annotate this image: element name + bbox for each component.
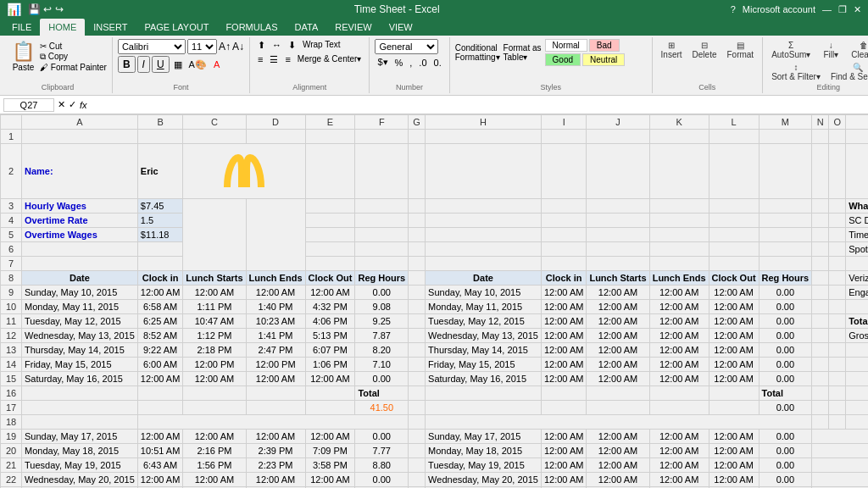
cell-o5[interactable]: [829, 228, 846, 242]
cell-k2[interactable]: [649, 144, 709, 199]
cell-f17[interactable]: 41.50: [355, 401, 409, 415]
cell-b12[interactable]: 8:52 AM: [137, 329, 182, 343]
cell-h11[interactable]: Tuesday, May 12, 2015: [426, 314, 542, 329]
italic-button[interactable]: I: [137, 56, 150, 73]
cell-g9[interactable]: [409, 286, 426, 300]
cell-e17[interactable]: [305, 401, 355, 415]
cell-e7[interactable]: [409, 257, 426, 271]
sort-filter-button[interactable]: ↕ Sort & Filter▾: [768, 61, 824, 83]
cell-l8[interactable]: Clock Out: [709, 271, 759, 286]
row-header-5[interactable]: 5: [1, 228, 22, 242]
cell-b22[interactable]: 12:00 AM: [137, 473, 182, 487]
col-header-g[interactable]: G: [409, 115, 426, 130]
cell-g4[interactable]: [409, 214, 426, 228]
cell-l22[interactable]: 12:00 AM: [709, 473, 759, 487]
cell-g10[interactable]: [409, 300, 426, 314]
maximize-button[interactable]: ❐: [838, 4, 847, 15]
cell-n1[interactable]: [812, 130, 829, 144]
cell-h14[interactable]: Friday, May 15, 2015: [426, 358, 542, 372]
row-header-20[interactable]: 20: [1, 444, 22, 458]
row-header-6[interactable]: 6: [1, 242, 22, 257]
cell-m9[interactable]: 0.00: [759, 286, 812, 300]
cell-e21[interactable]: 3:58 PM: [305, 458, 355, 473]
cell-i20[interactable]: 12:00 AM: [541, 444, 586, 458]
cell-m2[interactable]: [759, 144, 812, 199]
cell-rest21[interactable]: [812, 458, 868, 473]
cell-m16[interactable]: Total: [759, 386, 812, 401]
cell-h20[interactable]: Monday, May 18, 2015: [426, 444, 542, 458]
cell-a3[interactable]: Hourly Wages: [22, 199, 138, 214]
cell-o18[interactable]: [829, 415, 846, 430]
cell-j13[interactable]: 12:00 AM: [587, 343, 649, 358]
cell-p5[interactable]: Time Warner Cable: [846, 228, 868, 242]
cell-m19[interactable]: 0.00: [759, 430, 812, 444]
cell-d14[interactable]: 12:00 PM: [246, 358, 305, 372]
cell-n4[interactable]: [812, 214, 829, 228]
cell-p18[interactable]: [846, 415, 868, 430]
bold-button[interactable]: B: [118, 56, 136, 73]
col-header-b[interactable]: B: [137, 115, 182, 130]
cell-o6[interactable]: [829, 242, 846, 257]
cell-d8[interactable]: Lunch Ends: [246, 271, 305, 286]
cell-rest19[interactable]: [812, 430, 868, 444]
cell-h4[interactable]: [426, 214, 542, 228]
cell-k17[interactable]: [649, 401, 709, 415]
col-header-c[interactable]: C: [183, 115, 246, 130]
cell-b7[interactable]: [137, 257, 182, 271]
cell-j3[interactable]: [587, 199, 649, 214]
row-header-14[interactable]: 14: [1, 358, 22, 372]
cell-g22[interactable]: [409, 473, 426, 487]
cell-j5[interactable]: [587, 228, 649, 242]
cell-i19[interactable]: 12:00 AM: [541, 430, 586, 444]
cell-i5[interactable]: [541, 228, 586, 242]
cell-k20[interactable]: 12:00 AM: [649, 444, 709, 458]
cell-a13[interactable]: Thursday, May 14, 2015: [22, 343, 138, 358]
cell-i13[interactable]: 12:00 AM: [541, 343, 586, 358]
cell-d19[interactable]: 12:00 AM: [246, 430, 305, 444]
cell-d11[interactable]: 10:23 AM: [246, 314, 305, 329]
cell-a18[interactable]: [22, 415, 138, 430]
increase-decimal-button[interactable]: .0: [416, 57, 429, 69]
cell-a20[interactable]: Monday, May 18, 2015: [22, 444, 138, 458]
cell-c14[interactable]: 12:00 PM: [183, 358, 246, 372]
col-header-a[interactable]: A: [22, 115, 138, 130]
cell-k11[interactable]: 12:00 AM: [649, 314, 709, 329]
col-header-l[interactable]: L: [709, 115, 759, 130]
cell-g20[interactable]: [409, 444, 426, 458]
cell-g2[interactable]: [409, 144, 426, 199]
cell-m11[interactable]: 0.00: [759, 314, 812, 329]
format-painter-button[interactable]: 🖌 Format Painter: [40, 63, 107, 72]
cell-b19[interactable]: 12:00 AM: [137, 430, 182, 444]
cell-f7[interactable]: [426, 257, 542, 271]
align-center-button[interactable]: ☰: [267, 53, 281, 66]
cell-n8[interactable]: [812, 271, 829, 286]
cell-c15[interactable]: 12:00 AM: [183, 372, 246, 386]
cell-k6[interactable]: [649, 242, 709, 257]
col-header-d[interactable]: D: [246, 115, 305, 130]
cell-f3[interactable]: [355, 199, 409, 214]
close-button[interactable]: ✕: [854, 4, 861, 15]
cell-h5[interactable]: [426, 228, 542, 242]
cell-g21[interactable]: [409, 458, 426, 473]
cell-l21[interactable]: 12:00 AM: [709, 458, 759, 473]
cell-p4[interactable]: SC Dept of Revenue: [846, 214, 868, 228]
cell-b21[interactable]: 6:43 AM: [137, 458, 182, 473]
cell-a11[interactable]: Tuesday, May 12, 2015: [22, 314, 138, 329]
col-header-m[interactable]: M: [759, 115, 812, 130]
cell-b17[interactable]: [137, 401, 182, 415]
cell-b14[interactable]: 6:00 AM: [137, 358, 182, 372]
cell-k15[interactable]: 12:00 AM: [649, 372, 709, 386]
paste-button[interactable]: 📋 Paste: [8, 39, 38, 74]
cell-n10[interactable]: [812, 300, 829, 314]
cell-b10[interactable]: 6:58 AM: [137, 300, 182, 314]
cell-l2[interactable]: [709, 144, 759, 199]
row-header-4[interactable]: 4: [1, 214, 22, 228]
cell-n7[interactable]: [846, 257, 868, 271]
underline-button[interactable]: U: [152, 56, 170, 73]
cell-k8[interactable]: Lunch Ends: [649, 271, 709, 286]
cell-p15[interactable]: [846, 372, 868, 386]
cell-g1[interactable]: [409, 130, 426, 144]
cell-n15[interactable]: [812, 372, 829, 386]
cell-i6[interactable]: [541, 242, 586, 257]
row-header-17[interactable]: 17: [1, 401, 22, 415]
